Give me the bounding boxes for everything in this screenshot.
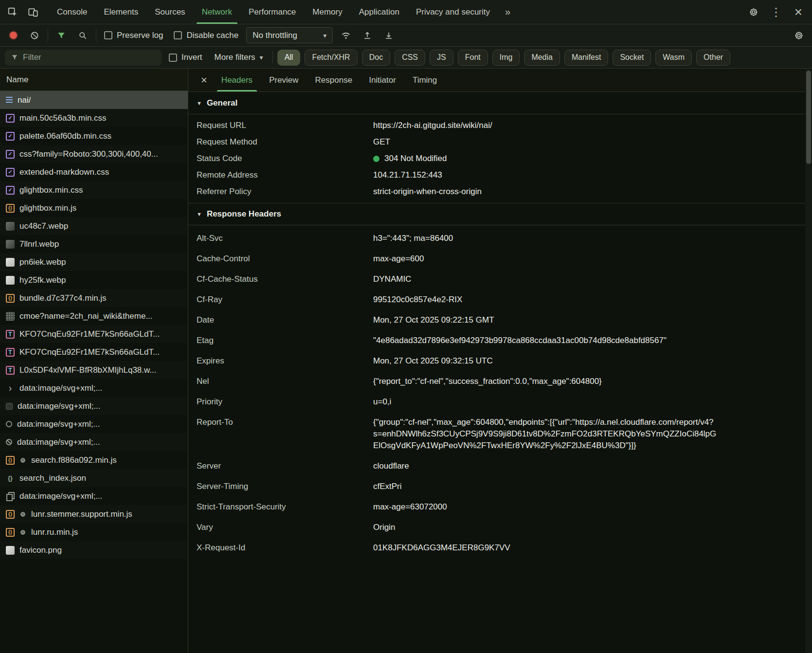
resource-type-chip[interactable]: Doc <box>362 50 390 66</box>
resource-type-chip[interactable]: CSS <box>395 50 425 66</box>
details-tab[interactable]: Initiator <box>361 69 404 91</box>
header-key: Nel <box>197 376 365 387</box>
details-tab-label: Preview <box>269 75 298 85</box>
request-row[interactable]: css?family=Roboto:300,300i,400,40... <box>0 145 188 163</box>
resource-type-chip[interactable]: Media <box>524 50 560 66</box>
request-row[interactable]: lunr.ru.min.js <box>0 523 188 541</box>
filter-input[interactable] <box>23 53 156 62</box>
request-row[interactable]: main.50c56a3b.min.css <box>0 109 188 127</box>
device-toolbar-icon[interactable] <box>24 4 42 20</box>
clear-network-log-button[interactable] <box>26 28 43 43</box>
request-row[interactable]: palette.06af60db.min.css <box>0 127 188 145</box>
devtools-window: Console Elements Sources Network Perform… <box>0 0 812 653</box>
request-row[interactable]: extended-markdown.css <box>0 163 188 181</box>
header-key: Strict-Transport-Security <box>197 501 365 513</box>
resource-type-chip[interactable]: Other <box>696 50 730 66</box>
filter-toggle-icon[interactable] <box>53 28 70 43</box>
devtools-tab-bar: Console Elements Sources Network Perform… <box>0 0 812 24</box>
name-column-header[interactable]: Name <box>0 69 188 91</box>
devtools-tab[interactable]: Memory <box>304 0 350 24</box>
request-row[interactable]: data:image/svg+xml;... <box>0 433 188 451</box>
resource-type-chip[interactable]: Socket <box>613 50 651 66</box>
settings-gear-icon[interactable] <box>745 4 762 20</box>
request-row[interactable]: glightbox.min.js <box>0 199 188 217</box>
request-row[interactable]: L0x5DF4xlVMF-BfR8bXMIjhLq38.w... <box>0 361 188 379</box>
request-list-panel: Name nai/ main.50c56a3b.min.css <box>0 69 188 653</box>
network-conditions-icon[interactable] <box>338 28 354 43</box>
request-row[interactable]: cmoe?name=2ch_nai_wiki&theme... <box>0 307 188 325</box>
request-row[interactable]: search.f886a092.min.js <box>0 451 188 469</box>
resource-type-chip[interactable]: JS <box>430 50 453 66</box>
devtools-tab[interactable]: Console <box>49 0 95 24</box>
devtools-tabs: Console Elements Sources Network Perform… <box>49 0 498 24</box>
request-row[interactable]: search_index.json <box>0 469 188 487</box>
disable-cache-checkbox[interactable]: Disable cache <box>171 31 241 40</box>
file-type-icon <box>6 439 12 445</box>
general-section-header[interactable]: ▼ General <box>188 92 805 114</box>
request-row[interactable]: uc48c7.webp <box>0 217 188 235</box>
resource-type-chip[interactable]: All <box>277 50 301 66</box>
request-row[interactable]: bundle.d7c377c4.min.js <box>0 289 188 307</box>
resource-type-chip[interactable]: Font <box>458 50 488 66</box>
request-name: hy25fk.webp <box>19 275 66 285</box>
header-key: Cache-Control <box>197 253 365 265</box>
chip-label: Socket <box>620 53 644 62</box>
header-row: Vary Origin <box>188 517 805 538</box>
preserve-log-checkbox[interactable]: Preserve log <box>101 31 166 40</box>
filter-input-box <box>5 50 162 66</box>
request-row[interactable]: lunr.stemmer.support.min.js <box>0 505 188 523</box>
header-row: X-Request-Id 01K8JFKD6AGG3M4EJER8G9K7VV <box>188 538 805 558</box>
request-row[interactable]: hy25fk.webp <box>0 271 188 289</box>
chip-label: JS <box>437 53 446 62</box>
more-filters-button[interactable]: More filters ▾ <box>210 53 268 62</box>
request-row[interactable]: favicon.png <box>0 541 188 559</box>
request-row[interactable]: KFO7CnqEu92Fr1ME7kSn66aGLdT... <box>0 343 188 361</box>
export-har-icon[interactable] <box>380 28 397 43</box>
invert-checkbox[interactable]: Invert <box>166 53 205 62</box>
close-details-icon[interactable]: × <box>195 69 213 91</box>
request-row[interactable]: data:image/svg+xml;... <box>0 487 188 505</box>
resource-type-chip[interactable]: Wasm <box>655 50 692 66</box>
scrollbar[interactable] <box>805 69 812 653</box>
search-icon[interactable] <box>74 28 91 43</box>
header-row: Nel {"report_to":"cf-nel","success_fract… <box>188 371 805 392</box>
request-row[interactable]: nai/ <box>0 91 188 109</box>
devtools-tab[interactable]: Elements <box>95 0 146 24</box>
file-type-icon <box>6 168 15 177</box>
close-devtools-icon[interactable]: × <box>790 4 807 20</box>
file-type-icon <box>6 474 15 483</box>
devtools-tab[interactable]: Performance <box>240 0 304 24</box>
header-row: Request URL https://2ch-ai.gitgud.site/w… <box>188 117 805 134</box>
import-har-icon[interactable] <box>359 28 376 43</box>
response-headers-section-header[interactable]: ▼ Response Headers <box>188 203 805 225</box>
details-tab[interactable]: Headers <box>213 69 261 91</box>
inspect-element-icon[interactable] <box>4 4 21 20</box>
scrollbar-thumb[interactable] <box>806 71 811 164</box>
details-tab[interactable]: Preview <box>261 69 307 91</box>
record-network-log-button[interactable] <box>5 28 21 43</box>
header-value: Mon, 27 Oct 2025 09:32:15 UTC <box>373 355 720 367</box>
kebab-menu-icon[interactable]: ⋮ <box>767 4 785 20</box>
request-row[interactable]: data:image/svg+xml;... <box>0 379 188 397</box>
request-row[interactable]: data:image/svg+xml;... <box>0 415 188 433</box>
devtools-tab[interactable]: Privacy and security <box>408 0 498 24</box>
resource-type-chip[interactable]: Img <box>492 50 520 66</box>
request-row[interactable]: KFO7CnqEu92Fr1ME7kSn66aGLdT... <box>0 325 188 343</box>
devtools-tab-label: Application <box>359 7 399 17</box>
resource-type-chip[interactable]: Manifest <box>564 50 608 66</box>
resource-type-chip[interactable]: Fetch/XHR <box>305 50 357 66</box>
devtools-tab[interactable]: Sources <box>146 0 193 24</box>
details-tab[interactable]: Timing <box>404 69 445 91</box>
request-row[interactable]: 7llnrl.webp <box>0 235 188 253</box>
request-row[interactable]: pn6iek.webp <box>0 253 188 271</box>
devtools-tab[interactable]: Application <box>351 0 408 24</box>
file-type-icon <box>6 132 15 141</box>
network-settings-gear-icon[interactable] <box>791 28 807 43</box>
details-tab[interactable]: Response <box>307 69 361 91</box>
request-row[interactable]: glightbox.min.css <box>0 181 188 199</box>
request-name: data:image/svg+xml;... <box>17 419 100 429</box>
throttling-select[interactable]: No throttling ▾ <box>246 27 333 43</box>
devtools-tab[interactable]: Network <box>194 0 240 24</box>
more-tabs-chevron-icon[interactable]: » <box>498 0 517 24</box>
request-row[interactable]: data:image/svg+xml;... <box>0 397 188 415</box>
